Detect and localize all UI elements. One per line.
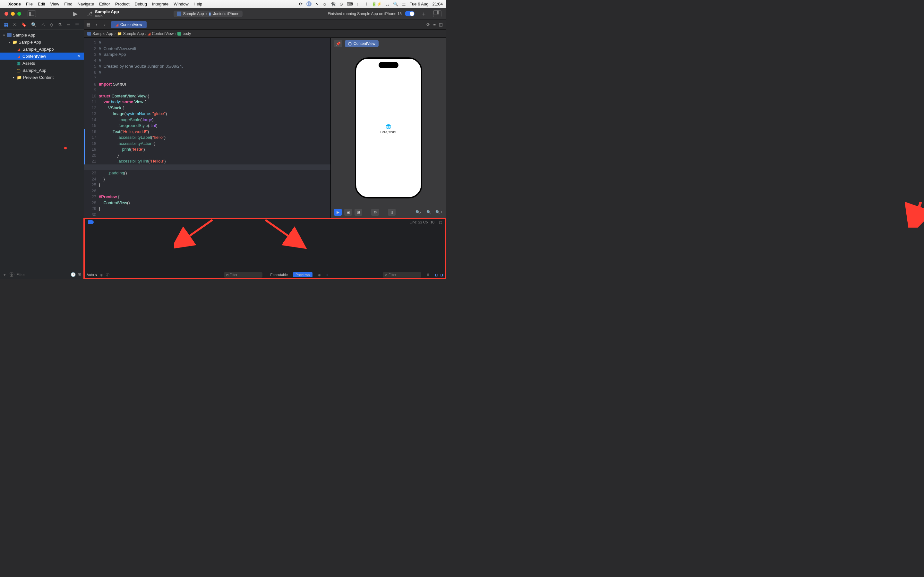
issues-tab-icon[interactable]: ⚠ bbox=[41, 22, 45, 27]
source-editor[interactable]: 1234567891011121314151617181920212223242… bbox=[84, 38, 330, 218]
project-tab-icon[interactable]: ▦ bbox=[4, 22, 8, 27]
auto-scope-button[interactable]: Auto ⇅ bbox=[87, 273, 97, 277]
disclosure-icon[interactable]: ▸ bbox=[11, 76, 15, 79]
quicklook-icon[interactable]: ◉ bbox=[100, 273, 103, 277]
zoom-in-button[interactable]: 🔍+ bbox=[435, 209, 443, 216]
disclosure-icon[interactable]: ▾ bbox=[2, 33, 6, 37]
menu-edit[interactable]: Edit bbox=[38, 2, 45, 6]
debug-tab-icon[interactable]: ⚗ bbox=[58, 22, 62, 27]
menu-navigate[interactable]: Navigate bbox=[78, 2, 94, 6]
control-center-icon[interactable]: ⚌ bbox=[402, 2, 406, 6]
menu-product[interactable]: Product bbox=[115, 2, 129, 6]
run-button[interactable]: ▶ bbox=[73, 10, 78, 17]
find-tab-icon[interactable]: 🔍 bbox=[31, 22, 37, 27]
jump-seg[interactable]: Sample App bbox=[92, 31, 113, 36]
refresh-icon[interactable]: ⟳ bbox=[426, 22, 430, 27]
lines-icon[interactable]: ≡ bbox=[433, 22, 436, 27]
pin-preview-button[interactable]: 📌 bbox=[334, 40, 342, 47]
time-label[interactable]: 21:04 bbox=[432, 2, 443, 6]
orientation-button[interactable]: ▯ bbox=[388, 209, 396, 216]
jump-seg[interactable]: ContentView bbox=[152, 31, 174, 36]
preview-tab[interactable]: ▢ ContentView bbox=[345, 40, 379, 47]
bookmarks-tab-icon[interactable]: 🔖 bbox=[21, 22, 27, 27]
timemachine-icon[interactable]: ⟳ bbox=[299, 2, 302, 6]
console-view[interactable]: Executable Previews ◉ ⊞ ⊜ Filter 🗑 ◧ ◨ bbox=[265, 226, 446, 279]
jump-seg[interactable]: Sample App bbox=[123, 31, 144, 36]
tree-file-entitlements[interactable]: ▢ Sample_App bbox=[0, 67, 84, 74]
brightness-icon[interactable]: ☼ bbox=[323, 2, 326, 6]
bluetooth-icon[interactable]: ᛒ bbox=[365, 2, 368, 6]
preview-switch[interactable] bbox=[405, 11, 415, 16]
cat-icon[interactable]: 🐈‍⬛ bbox=[330, 2, 336, 6]
back-button[interactable]: ‹ bbox=[92, 22, 101, 27]
menu-find[interactable]: Find bbox=[64, 2, 72, 6]
metadata-icon[interactable]: ◉ bbox=[318, 273, 321, 277]
variables-filter[interactable]: ⊜ Filter bbox=[224, 272, 262, 277]
play-icon[interactable]: ⊙ bbox=[339, 2, 343, 6]
menu-editor[interactable]: Editor bbox=[99, 2, 110, 6]
toggle-navigator-button[interactable] bbox=[27, 10, 36, 17]
date-label[interactable]: Tue 6 Aug bbox=[410, 2, 429, 6]
scheme-selector[interactable]: Sample App › ▮ Junior's iPhone bbox=[174, 11, 242, 17]
zoom-window-button[interactable] bbox=[17, 12, 21, 16]
translate-icon[interactable]: LT bbox=[306, 1, 312, 6]
variables-view[interactable]: Auto ⇅ ◉ ⓘ ⊜ Filter bbox=[84, 226, 265, 279]
live-preview-button[interactable]: ▶ bbox=[334, 209, 342, 216]
cursor-icon[interactable]: ↖ bbox=[315, 2, 319, 6]
filter-input[interactable] bbox=[16, 272, 69, 277]
menu-integrate[interactable]: Integrate bbox=[152, 2, 168, 6]
editor-tab-active[interactable]: ◢ ContentView bbox=[111, 21, 147, 28]
menu-help[interactable]: Help bbox=[194, 2, 202, 6]
toggle-inspector-button[interactable] bbox=[433, 10, 441, 17]
previews-tab[interactable]: Previews bbox=[293, 272, 312, 277]
variants-button[interactable]: ⊞ bbox=[355, 209, 362, 216]
left-pane-icon[interactable]: ◧ bbox=[435, 273, 438, 277]
trash-icon[interactable]: 🗑 bbox=[426, 273, 430, 277]
split-icon[interactable]: ◫ bbox=[439, 22, 443, 27]
device-settings-button[interactable]: ⚙ bbox=[371, 209, 379, 216]
keyboard-icon[interactable]: ⌨ bbox=[347, 2, 353, 6]
info-icon[interactable]: ⓘ bbox=[106, 272, 110, 277]
console-filter[interactable]: ⊜ Filter bbox=[383, 272, 421, 277]
zoom-fit-button[interactable]: 🔍 bbox=[425, 209, 433, 216]
menu-view[interactable]: View bbox=[50, 2, 59, 6]
jump-bar[interactable]: Sample App › 📁Sample App › ◢ContentView … bbox=[84, 29, 446, 38]
battery-icon[interactable]: 🔋⚡ bbox=[372, 2, 382, 6]
tree-folder[interactable]: ▾ 📁 Sample App bbox=[0, 39, 84, 45]
executable-tab[interactable]: Executable bbox=[268, 272, 290, 277]
add-tab-button[interactable]: ＋ bbox=[421, 10, 427, 18]
menu-debug[interactable]: Debug bbox=[135, 2, 147, 6]
minimize-window-button[interactable] bbox=[11, 12, 15, 16]
tree-file-contentview[interactable]: ◢ ContentView M bbox=[0, 53, 84, 60]
breakpoint-toggle[interactable] bbox=[88, 220, 94, 224]
selectable-button[interactable]: ▣ bbox=[344, 209, 352, 216]
menu-file[interactable]: File bbox=[26, 2, 33, 6]
zoom-out-button[interactable]: 🔍- bbox=[415, 209, 422, 216]
menu-window[interactable]: Window bbox=[174, 2, 188, 6]
device-preview[interactable]: 🌐 Hello, world! bbox=[355, 57, 422, 198]
scm-filter-icon[interactable]: ⊞ bbox=[78, 272, 81, 277]
clock-icon[interactable]: 🕐 bbox=[71, 272, 76, 277]
breakpoints-tab-icon[interactable]: ▭ bbox=[66, 22, 71, 27]
tree-file-assets[interactable]: ▦ Assets bbox=[0, 60, 84, 67]
tree-project-root[interactable]: ▾ Sample App bbox=[0, 31, 84, 39]
related-items-button[interactable]: ▦ bbox=[84, 22, 92, 27]
disclosure-icon[interactable]: ▾ bbox=[7, 40, 11, 44]
filter-scope-button[interactable]: ⊜ bbox=[9, 272, 15, 277]
forward-button[interactable]: › bbox=[101, 22, 109, 27]
add-file-button[interactable]: ＋ bbox=[3, 272, 7, 277]
tree-folder-preview[interactable]: ▸ 📁 Preview Content bbox=[0, 74, 84, 81]
right-pane-icon[interactable]: ◨ bbox=[440, 273, 443, 277]
jump-seg[interactable]: body bbox=[183, 31, 191, 36]
source-control-tab-icon[interactable]: ☒ bbox=[13, 22, 17, 27]
tree-file-app[interactable]: ◢ Sample_AppApp bbox=[0, 45, 84, 53]
app-menu[interactable]: Xcode bbox=[8, 2, 21, 6]
search-icon[interactable]: 🔍 bbox=[393, 2, 398, 6]
toggle-debug-button[interactable]: ▢ bbox=[439, 220, 442, 224]
tuning-fork-icon[interactable]: ⫶⫶ bbox=[357, 2, 361, 6]
source-control-icon[interactable]: ⎇ bbox=[87, 11, 92, 17]
metrics-icon[interactable]: ⊞ bbox=[325, 273, 328, 277]
close-window-button[interactable] bbox=[5, 12, 8, 16]
wifi-icon[interactable]: ◡ bbox=[386, 2, 389, 6]
reports-tab-icon[interactable]: ☰ bbox=[75, 22, 79, 27]
